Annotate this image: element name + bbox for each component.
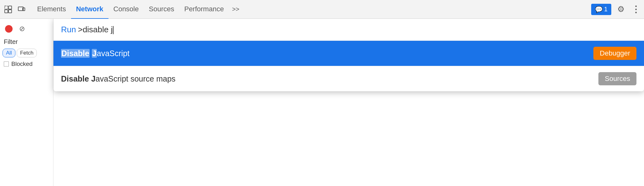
element-picker-icon[interactable] [3,4,14,15]
tab-network[interactable]: Network [71,0,108,19]
network-toolbar: ⊘ [0,21,53,36]
blocked-checkbox[interactable] [4,61,9,66]
svg-rect-1 [8,6,12,9]
result-item-disable-js[interactable]: Disable JavaScript Debugger [53,41,644,66]
feedback-button[interactable]: 💬 1 [591,4,611,15]
command-input-text[interactable]: >disable j [78,25,114,35]
tab-elements[interactable]: Elements [32,0,71,19]
svg-rect-0 [5,6,8,9]
chip-all[interactable]: All [3,49,15,57]
j-highlight: J [91,74,96,83]
blocked-label: Blocked [11,61,33,67]
tab-performance[interactable]: Performance [179,0,229,19]
result-text-disable-js-sourcemaps: Disable JavaScript source maps [61,74,598,83]
main-area: ⊘ Filter All Fetch Blocked Run [0,19,644,186]
devtools-shell: Elements Network Console Sources Perform… [0,0,644,186]
settings-icon: ⚙ [617,4,625,14]
settings-button[interactable]: ⚙ [615,4,626,15]
debugger-badge: Debugger [593,47,636,60]
more-tabs-button[interactable]: >> [229,3,242,15]
tab-bar: Elements Network Console Sources Perform… [0,0,644,19]
disable-highlight: Disable [61,74,89,83]
filter-label: Filter [0,36,53,47]
chip-fetch[interactable]: Fetch [17,49,37,57]
feedback-count: 1 [604,6,608,13]
highlight-disable: Disable [61,49,90,58]
clear-button[interactable]: ⊘ [17,24,27,34]
blocked-row: Blocked [0,59,53,69]
filter-chips: All Fetch [0,47,53,59]
tab-sources[interactable]: Sources [144,0,179,19]
result-item-disable-js-sourcemaps[interactable]: Disable JavaScript source maps Sources [53,66,644,91]
device-toolbar-icon[interactable] [16,4,27,15]
command-palette: Run >disable j Disable JavaScript Debugg… [53,19,644,91]
svg-rect-2 [5,10,8,13]
tab-bar-right: 💬 1 ⚙ ⋮ [591,4,641,15]
run-label: Run [61,25,76,35]
result-text-disable-js: Disable JavaScript [61,49,593,58]
command-input-row: Run >disable j [53,19,644,41]
record-circle-icon [5,25,13,33]
clear-icon: ⊘ [19,25,25,33]
text-cursor [113,26,114,34]
sources-badge: Sources [598,72,636,85]
record-button[interactable] [4,24,14,34]
tab-console[interactable]: Console [108,0,144,19]
network-panel: ⊘ Filter All Fetch Blocked [0,19,53,186]
more-options-button[interactable]: ⋮ [630,4,641,15]
devtools-icons [3,4,27,15]
feedback-icon: 💬 [595,6,603,13]
kebab-icon: ⋮ [631,4,640,14]
highlight-j: J [92,49,97,58]
svg-rect-3 [8,10,12,13]
